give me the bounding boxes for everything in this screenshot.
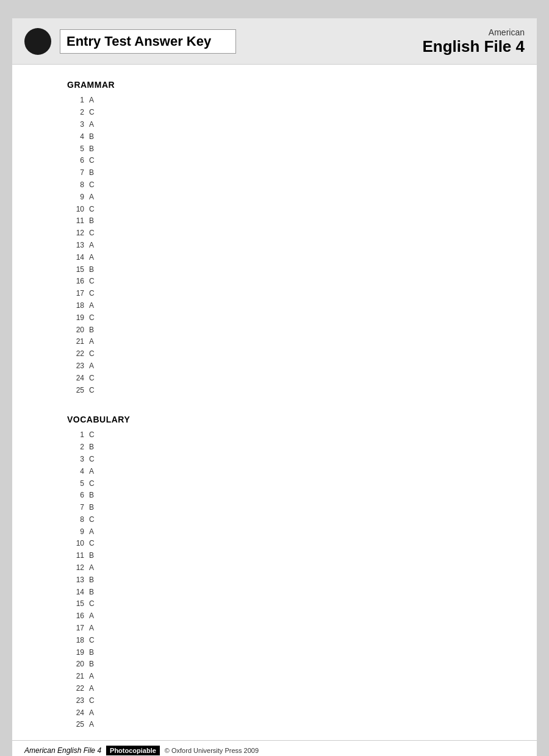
answer-value: C (89, 204, 95, 216)
answer-number: 2 (67, 441, 84, 454)
table-row: 10C (67, 204, 482, 216)
answer-value: C (89, 107, 95, 119)
table-row: 22C (67, 348, 482, 360)
answer-number: 6 (67, 155, 84, 167)
table-row: 14A (67, 252, 482, 264)
answer-value: B (89, 647, 94, 659)
answer-value: B (89, 143, 94, 155)
table-row: 2C (67, 107, 482, 119)
answer-value: A (89, 191, 94, 204)
table-row: 20B (67, 658, 482, 671)
answer-number: 22 (67, 348, 84, 360)
answer-value: A (89, 707, 94, 719)
answer-value: C (89, 635, 95, 647)
answer-number: 18 (67, 300, 84, 312)
table-row: 3C (67, 454, 482, 466)
answer-value: C (89, 288, 95, 300)
answer-number: 25 (67, 385, 84, 397)
answer-number: 24 (67, 373, 84, 385)
table-row: 19B (67, 647, 482, 659)
answer-number: 9 (67, 191, 84, 204)
table-row: 4A (67, 466, 482, 478)
answer-value: B (89, 658, 94, 671)
answer-value: C (89, 454, 95, 466)
table-row: 3A (67, 119, 482, 131)
answer-value: C (89, 538, 95, 550)
table-row: 21A (67, 671, 482, 683)
grammar-answer-list: 1A2C3A4B5B6C7B8C9A10C11B12C13A14A15B16C1… (67, 94, 482, 396)
table-row: 15C (67, 598, 482, 610)
table-row: 15B (67, 264, 482, 276)
answer-number: 21 (67, 671, 84, 683)
table-row: 10C (67, 538, 482, 550)
answer-value: B (89, 550, 94, 562)
answer-value: A (89, 526, 94, 538)
answer-number: 15 (67, 264, 84, 276)
answer-number: 19 (67, 312, 84, 324)
answer-number: 1 (67, 94, 84, 107)
table-row: 6B (67, 490, 482, 502)
table-row: 6C (67, 155, 482, 167)
answer-number: 7 (67, 167, 84, 179)
table-row: 12C (67, 227, 482, 240)
content: GRAMMAR 1A2C3A4B5B6C7B8C9A10C11B12C13A14… (12, 65, 537, 756)
answer-number: 5 (67, 143, 84, 155)
answer-number: 15 (67, 598, 84, 610)
answer-value: C (89, 348, 95, 360)
answer-number: 7 (67, 502, 84, 514)
answer-number: 21 (67, 336, 84, 348)
answer-number: 1 (67, 429, 84, 441)
answer-value: C (89, 312, 95, 324)
answer-value: A (89, 360, 94, 373)
answer-value: C (89, 598, 95, 610)
answer-value: C (89, 276, 95, 288)
answer-value: B (89, 574, 94, 587)
answer-value: A (89, 671, 94, 683)
header-title-box: Entry Test Answer Key (60, 29, 236, 54)
answer-number: 13 (67, 574, 84, 587)
vocabulary-answer-list: 1C2B3C4A5C6B7B8C9A10C11B12A13B14B15C16A1… (67, 429, 482, 731)
table-row: 9A (67, 191, 482, 204)
answer-value: A (89, 94, 94, 107)
table-row: 4B (67, 131, 482, 143)
table-row: 23C (67, 695, 482, 707)
answer-number: 9 (67, 526, 84, 538)
answer-value: B (89, 502, 94, 514)
table-row: 17C (67, 288, 482, 300)
table-row: 2B (67, 441, 482, 454)
header-right: American English File 4 (422, 27, 525, 55)
table-row: 5C (67, 478, 482, 490)
answer-number: 2 (67, 107, 84, 119)
answer-number: 4 (67, 466, 84, 478)
table-row: 14B (67, 587, 482, 599)
footer-brand: American English File 4 (24, 746, 101, 755)
answer-value: A (89, 252, 94, 264)
answer-value: C (89, 429, 95, 441)
answer-number: 24 (67, 707, 84, 719)
answer-value: A (89, 683, 94, 695)
table-row: 24C (67, 373, 482, 385)
table-row: 21A (67, 336, 482, 348)
table-row: 1A (67, 94, 482, 107)
table-row: 17A (67, 622, 482, 635)
table-row: 18C (67, 635, 482, 647)
answer-number: 10 (67, 538, 84, 550)
answer-value: A (89, 466, 94, 478)
table-row: 22A (67, 683, 482, 695)
answer-number: 5 (67, 478, 84, 490)
answer-number: 12 (67, 562, 84, 574)
footer-copyright: © Oxford University Press 2009 (165, 747, 259, 754)
answer-value: A (89, 719, 94, 731)
header: Entry Test Answer Key American English F… (12, 18, 537, 65)
answer-number: 17 (67, 622, 84, 635)
table-row: 8C (67, 179, 482, 191)
header-left: Entry Test Answer Key (24, 28, 236, 55)
vocabulary-section-title: VOCABULARY (67, 415, 482, 424)
answer-value: B (89, 167, 94, 179)
table-row: 19C (67, 312, 482, 324)
answer-value: C (89, 227, 95, 240)
answer-value: B (89, 131, 94, 143)
answer-value: C (89, 514, 95, 526)
answer-value: C (89, 155, 95, 167)
answer-value: C (89, 385, 95, 397)
